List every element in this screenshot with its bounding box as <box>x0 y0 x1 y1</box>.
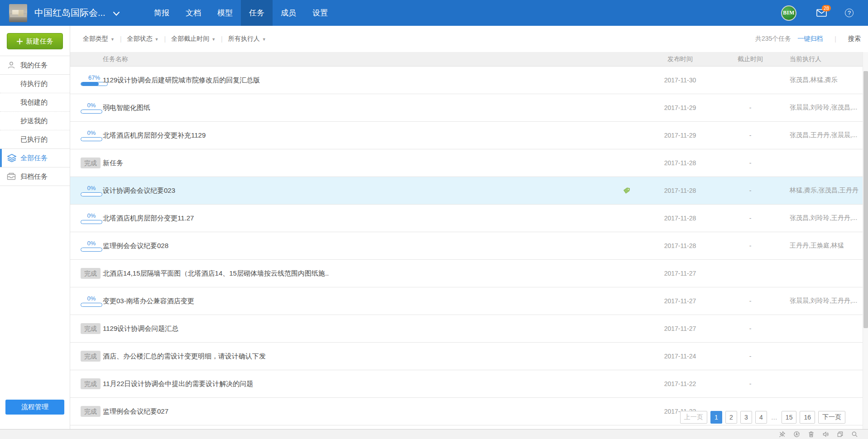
topbar: 中国红岛国际会... 简报文档模型任务成员设置 BIM 28 ? <box>0 0 868 26</box>
task-name[interactable]: 弱电智能化图纸 <box>103 104 150 112</box>
bim-logo[interactable]: BIM <box>781 5 796 21</box>
windows-icon[interactable] <box>837 431 844 438</box>
task-name[interactable]: 北塔酒店机房层部分变更补充1129 <box>103 131 206 140</box>
task-status-badge: 完成 <box>81 323 101 334</box>
task-progress-bar <box>81 110 102 114</box>
sidebar-item-label: 已执行的 <box>20 135 48 144</box>
task-name[interactable]: 北酒店14,15层隔墙平面图（北塔酒店14、15层砌体墙按云线范围内图纸施.. <box>103 269 329 278</box>
table-row[interactable]: 67% 1129设计协调会后建研院城市院修改后的回复汇总版 2017-11-30… <box>70 67 868 94</box>
table-header: 任务名称 发布时间 截止时间 当前执行人 <box>70 52 868 67</box>
process-management-button[interactable]: 流程管理 <box>5 400 64 415</box>
table-row[interactable]: 0% 北塔酒店机房层部分变更补充1129 2017-11-29 - 张茂昌,王丹… <box>70 122 868 149</box>
filter-status-dropdown[interactable]: 全部状态▼ <box>127 35 159 43</box>
nav-tab-members[interactable]: 成员 <box>273 0 304 26</box>
table-row[interactable]: 完成 11月22日设计协调会中提出的需要设计解决的问题 2017-11-22 - <box>70 370 868 398</box>
task-deadline: - <box>716 297 784 305</box>
pagination-page-button-2[interactable]: 2 <box>725 411 737 424</box>
caret-down-icon: ▼ <box>211 37 216 42</box>
pagination-page-button-1[interactable]: 1 <box>710 411 722 424</box>
task-progress-bar <box>81 192 102 196</box>
pagination-page-button-16[interactable]: 16 <box>800 411 815 424</box>
new-task-button-label: 新建任务 <box>26 37 53 46</box>
help-icon[interactable]: ? <box>845 9 854 17</box>
header-task-name: 任务名称 <box>103 55 644 63</box>
pagination-page-button-3[interactable]: 3 <box>740 411 752 424</box>
project-title[interactable]: 中国红岛国际会... <box>34 7 120 19</box>
pagination-prev-button[interactable]: 上一页 <box>680 411 707 424</box>
plus-icon <box>17 38 23 44</box>
task-publish-date: 2017-11-28 <box>644 187 716 194</box>
task-name[interactable]: 变更03-南塔办公兼容酒店变更 <box>103 297 194 305</box>
table-row[interactable]: 0% 变更03-南塔办公兼容酒店变更 2017-11-27 - 张晨晨,刘玲玲,… <box>70 287 868 315</box>
task-name[interactable]: 1129设计协调会问题汇总 <box>103 324 178 333</box>
project-logo-image[interactable] <box>9 4 27 22</box>
sidebar-item-created[interactable]: 我创建的 <box>0 93 70 112</box>
task-publish-date: 2017-11-27 <box>644 297 716 305</box>
nav-tab-docs[interactable]: 文档 <box>177 0 209 26</box>
task-list-panel: 全部类型▼ | 全部状态▼ | 全部截止时间▼ | 所有执行人▼ 共235个任务… <box>70 26 868 429</box>
divider: | <box>120 35 122 43</box>
sidebar-item-cc-me[interactable]: 抄送我的 <box>0 112 70 130</box>
table-row[interactable]: 完成 酒店、办公楼汇总的需设计变更明细，请设计确认下发 2017-11-24 - <box>70 343 868 370</box>
task-count-label: 共235个任务 <box>755 35 791 43</box>
auto-refresh-icon[interactable] <box>793 431 800 438</box>
divider: | <box>164 35 166 43</box>
task-publish-date: 2017-11-30 <box>644 76 716 84</box>
task-name[interactable]: 监理例会会议纪要028 <box>103 242 168 250</box>
chevron-down-icon[interactable] <box>113 12 120 16</box>
task-progress: 0% <box>81 102 102 114</box>
task-progress-label: 0% <box>81 129 102 136</box>
sound-icon[interactable] <box>822 431 829 438</box>
pushpin-off-icon[interactable] <box>779 431 786 438</box>
sidebar-item-all-tasks[interactable]: 全部任务 <box>0 149 70 167</box>
pagination-page-button-15[interactable]: 15 <box>782 411 797 424</box>
nav-tab-model[interactable]: 模型 <box>209 0 241 26</box>
filter-type-dropdown[interactable]: 全部类型▼ <box>83 35 115 43</box>
task-publish-date: 2017-11-27 <box>644 325 716 332</box>
mail-button[interactable]: 28 <box>816 9 827 17</box>
header-publish-time: 发布时间 <box>644 55 716 63</box>
task-name[interactable]: 新任务 <box>103 159 123 167</box>
nav-tab-tasks[interactable]: 任务 <box>241 0 273 26</box>
table-row[interactable]: 完成 北酒店14,15层隔墙平面图（北塔酒店14、15层砌体墙按云线范围内图纸施… <box>70 260 868 287</box>
new-task-button[interactable]: 新建任务 <box>7 33 63 49</box>
task-deadline: - <box>716 353 784 360</box>
task-progress-label: 0% <box>81 185 102 191</box>
filter-bar: 全部类型▼ | 全部状态▼ | 全部截止时间▼ | 所有执行人▼ 共235个任务… <box>70 26 868 52</box>
task-deadline: - <box>716 159 784 167</box>
task-name[interactable]: 酒店、办公楼汇总的需设计变更明细，请设计确认下发 <box>103 352 266 361</box>
pagination-page-button-4[interactable]: 4 <box>755 411 767 424</box>
scrollbar-thumb[interactable] <box>863 71 868 328</box>
trash-icon[interactable] <box>808 431 815 438</box>
filter-executor-dropdown[interactable]: 所有执行人▼ <box>228 35 266 43</box>
table-row[interactable]: 完成 1129设计协调会问题汇总 2017-11-27 - <box>70 315 868 343</box>
task-progress-bar <box>81 248 102 252</box>
nav-tab-settings[interactable]: 设置 <box>304 0 336 26</box>
divider: | <box>221 35 223 43</box>
search-button[interactable]: 搜索 <box>848 35 861 43</box>
table-row[interactable]: 0% 监理例会会议纪要028 2017-11-28 - 王丹丹,王焕庭,林猛 <box>70 232 868 260</box>
table-row[interactable]: 0% 北塔酒店机房层部分变更11.27 2017-11-28 - 张茂昌,刘玲玲… <box>70 205 868 232</box>
nav-tab-brief[interactable]: 简报 <box>146 0 177 26</box>
task-name[interactable]: 北塔酒店机房层部分变更11.27 <box>103 214 194 223</box>
magnifier-icon[interactable] <box>851 431 858 438</box>
task-deadline: - <box>716 104 784 111</box>
sidebar-item-executed[interactable]: 已执行的 <box>0 130 70 149</box>
sidebar-item-my-tasks[interactable]: 我的任务 <box>0 56 70 75</box>
task-name[interactable]: 1129设计协调会后建研院城市院修改后的回复汇总版 <box>103 76 260 85</box>
user-icon <box>7 61 17 70</box>
caret-down-icon: ▼ <box>110 37 115 42</box>
filter-deadline-dropdown[interactable]: 全部截止时间▼ <box>171 35 216 43</box>
table-row[interactable]: 完成 新任务 2017-11-28 - <box>70 149 868 177</box>
task-name[interactable]: 11月22日设计协调会中提出的需要设计解决的问题 <box>103 380 253 388</box>
archive-all-link[interactable]: 一键归档 <box>797 35 823 43</box>
table-row[interactable]: 0% 弱电智能化图纸 2017-11-29 - 张晨晨,刘玲玲,张茂昌,... <box>70 94 868 122</box>
table-row[interactable]: 0% 设计协调会会议纪要023 2017-11-28 - 林猛,龚乐,张茂昌,王… <box>70 177 868 205</box>
task-name[interactable]: 设计协调会会议纪要023 <box>103 186 175 195</box>
sidebar-item-todo[interactable]: 待执行的 <box>0 75 70 93</box>
pagination-next-button[interactable]: 下一页 <box>818 411 845 424</box>
task-name[interactable]: 监理例会会议纪要027 <box>103 407 168 416</box>
sidebar-item-archived[interactable]: 归档任务 <box>0 167 70 186</box>
task-progress-bar <box>81 137 102 141</box>
mail-badge: 28 <box>822 5 831 11</box>
